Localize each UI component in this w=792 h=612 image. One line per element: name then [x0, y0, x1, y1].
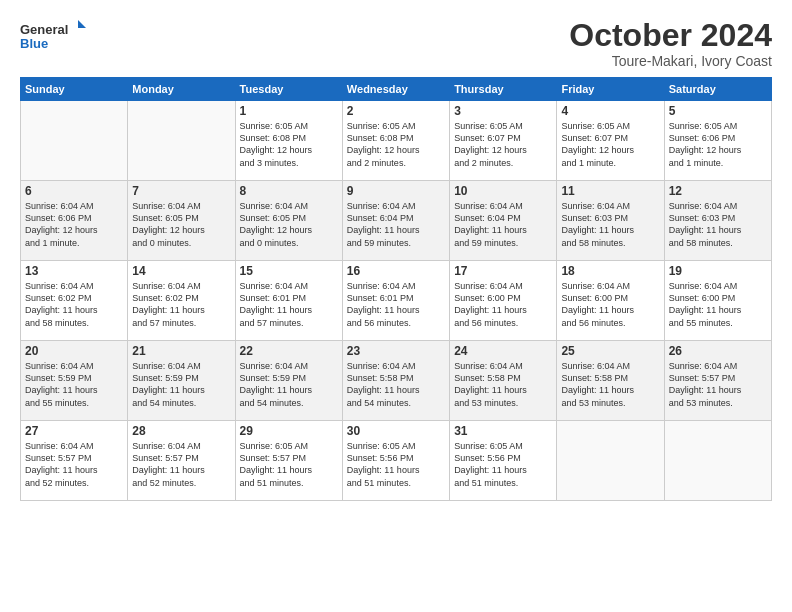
calendar-header: Sunday Monday Tuesday Wednesday Thursday…	[21, 78, 772, 101]
day-info: Sunrise: 6:04 AM Sunset: 5:57 PM Dayligh…	[25, 440, 123, 489]
day-number: 12	[669, 184, 767, 198]
table-row: 16Sunrise: 6:04 AM Sunset: 6:01 PM Dayli…	[342, 261, 449, 341]
table-row: 11Sunrise: 6:04 AM Sunset: 6:03 PM Dayli…	[557, 181, 664, 261]
day-info: Sunrise: 6:04 AM Sunset: 6:01 PM Dayligh…	[240, 280, 338, 329]
day-number: 24	[454, 344, 552, 358]
day-info: Sunrise: 6:05 AM Sunset: 6:08 PM Dayligh…	[240, 120, 338, 169]
day-number: 14	[132, 264, 230, 278]
day-info: Sunrise: 6:04 AM Sunset: 6:01 PM Dayligh…	[347, 280, 445, 329]
svg-text:General: General	[20, 22, 68, 37]
table-row: 9Sunrise: 6:04 AM Sunset: 6:04 PM Daylig…	[342, 181, 449, 261]
day-info: Sunrise: 6:04 AM Sunset: 6:03 PM Dayligh…	[669, 200, 767, 249]
day-number: 28	[132, 424, 230, 438]
day-number: 17	[454, 264, 552, 278]
day-number: 19	[669, 264, 767, 278]
table-row: 12Sunrise: 6:04 AM Sunset: 6:03 PM Dayli…	[664, 181, 771, 261]
calendar-week-row: 13Sunrise: 6:04 AM Sunset: 6:02 PM Dayli…	[21, 261, 772, 341]
day-info: Sunrise: 6:04 AM Sunset: 6:05 PM Dayligh…	[132, 200, 230, 249]
day-info: Sunrise: 6:04 AM Sunset: 6:00 PM Dayligh…	[454, 280, 552, 329]
table-row: 29Sunrise: 6:05 AM Sunset: 5:57 PM Dayli…	[235, 421, 342, 501]
day-info: Sunrise: 6:04 AM Sunset: 6:02 PM Dayligh…	[25, 280, 123, 329]
table-row: 24Sunrise: 6:04 AM Sunset: 5:58 PM Dayli…	[450, 341, 557, 421]
table-row	[664, 421, 771, 501]
table-row: 19Sunrise: 6:04 AM Sunset: 6:00 PM Dayli…	[664, 261, 771, 341]
day-number: 26	[669, 344, 767, 358]
table-row	[21, 101, 128, 181]
calendar-week-row: 20Sunrise: 6:04 AM Sunset: 5:59 PM Dayli…	[21, 341, 772, 421]
table-row	[128, 101, 235, 181]
table-row: 14Sunrise: 6:04 AM Sunset: 6:02 PM Dayli…	[128, 261, 235, 341]
col-tuesday: Tuesday	[235, 78, 342, 101]
table-row: 10Sunrise: 6:04 AM Sunset: 6:04 PM Dayli…	[450, 181, 557, 261]
logo-svg: General Blue	[20, 18, 90, 54]
table-row: 7Sunrise: 6:04 AM Sunset: 6:05 PM Daylig…	[128, 181, 235, 261]
day-info: Sunrise: 6:05 AM Sunset: 5:57 PM Dayligh…	[240, 440, 338, 489]
day-info: Sunrise: 6:04 AM Sunset: 6:04 PM Dayligh…	[454, 200, 552, 249]
col-saturday: Saturday	[664, 78, 771, 101]
day-info: Sunrise: 6:04 AM Sunset: 6:02 PM Dayligh…	[132, 280, 230, 329]
logo: General Blue	[20, 18, 90, 54]
table-row: 1Sunrise: 6:05 AM Sunset: 6:08 PM Daylig…	[235, 101, 342, 181]
day-number: 1	[240, 104, 338, 118]
svg-marker-2	[78, 20, 86, 28]
day-info: Sunrise: 6:04 AM Sunset: 6:04 PM Dayligh…	[347, 200, 445, 249]
day-info: Sunrise: 6:04 AM Sunset: 5:59 PM Dayligh…	[132, 360, 230, 409]
table-row: 25Sunrise: 6:04 AM Sunset: 5:58 PM Dayli…	[557, 341, 664, 421]
table-row: 3Sunrise: 6:05 AM Sunset: 6:07 PM Daylig…	[450, 101, 557, 181]
day-number: 16	[347, 264, 445, 278]
day-info: Sunrise: 6:04 AM Sunset: 5:58 PM Dayligh…	[347, 360, 445, 409]
day-info: Sunrise: 6:04 AM Sunset: 5:59 PM Dayligh…	[240, 360, 338, 409]
header-row: Sunday Monday Tuesday Wednesday Thursday…	[21, 78, 772, 101]
col-sunday: Sunday	[21, 78, 128, 101]
table-row: 22Sunrise: 6:04 AM Sunset: 5:59 PM Dayli…	[235, 341, 342, 421]
day-info: Sunrise: 6:04 AM Sunset: 5:58 PM Dayligh…	[561, 360, 659, 409]
table-row: 4Sunrise: 6:05 AM Sunset: 6:07 PM Daylig…	[557, 101, 664, 181]
table-row: 17Sunrise: 6:04 AM Sunset: 6:00 PM Dayli…	[450, 261, 557, 341]
day-info: Sunrise: 6:04 AM Sunset: 6:06 PM Dayligh…	[25, 200, 123, 249]
table-row: 21Sunrise: 6:04 AM Sunset: 5:59 PM Dayli…	[128, 341, 235, 421]
day-info: Sunrise: 6:04 AM Sunset: 6:05 PM Dayligh…	[240, 200, 338, 249]
day-number: 31	[454, 424, 552, 438]
svg-text:Blue: Blue	[20, 36, 48, 51]
day-info: Sunrise: 6:04 AM Sunset: 5:57 PM Dayligh…	[669, 360, 767, 409]
day-number: 11	[561, 184, 659, 198]
table-row: 26Sunrise: 6:04 AM Sunset: 5:57 PM Dayli…	[664, 341, 771, 421]
page-container: General Blue October 2024 Toure-Makari, …	[0, 0, 792, 612]
day-number: 4	[561, 104, 659, 118]
calendar-week-row: 27Sunrise: 6:04 AM Sunset: 5:57 PM Dayli…	[21, 421, 772, 501]
title-block: October 2024 Toure-Makari, Ivory Coast	[569, 18, 772, 69]
table-row: 31Sunrise: 6:05 AM Sunset: 5:56 PM Dayli…	[450, 421, 557, 501]
day-info: Sunrise: 6:05 AM Sunset: 5:56 PM Dayligh…	[454, 440, 552, 489]
day-info: Sunrise: 6:04 AM Sunset: 5:57 PM Dayligh…	[132, 440, 230, 489]
day-number: 6	[25, 184, 123, 198]
table-row: 8Sunrise: 6:04 AM Sunset: 6:05 PM Daylig…	[235, 181, 342, 261]
table-row: 15Sunrise: 6:04 AM Sunset: 6:01 PM Dayli…	[235, 261, 342, 341]
calendar-table: Sunday Monday Tuesday Wednesday Thursday…	[20, 77, 772, 501]
col-wednesday: Wednesday	[342, 78, 449, 101]
col-thursday: Thursday	[450, 78, 557, 101]
calendar-week-row: 1Sunrise: 6:05 AM Sunset: 6:08 PM Daylig…	[21, 101, 772, 181]
table-row: 6Sunrise: 6:04 AM Sunset: 6:06 PM Daylig…	[21, 181, 128, 261]
calendar-week-row: 6Sunrise: 6:04 AM Sunset: 6:06 PM Daylig…	[21, 181, 772, 261]
day-number: 5	[669, 104, 767, 118]
day-number: 29	[240, 424, 338, 438]
day-info: Sunrise: 6:05 AM Sunset: 6:06 PM Dayligh…	[669, 120, 767, 169]
table-row	[557, 421, 664, 501]
table-row: 28Sunrise: 6:04 AM Sunset: 5:57 PM Dayli…	[128, 421, 235, 501]
table-row: 23Sunrise: 6:04 AM Sunset: 5:58 PM Dayli…	[342, 341, 449, 421]
table-row: 30Sunrise: 6:05 AM Sunset: 5:56 PM Dayli…	[342, 421, 449, 501]
month-title: October 2024	[569, 18, 772, 53]
day-number: 9	[347, 184, 445, 198]
table-row: 27Sunrise: 6:04 AM Sunset: 5:57 PM Dayli…	[21, 421, 128, 501]
day-number: 22	[240, 344, 338, 358]
day-number: 25	[561, 344, 659, 358]
day-info: Sunrise: 6:04 AM Sunset: 6:00 PM Dayligh…	[669, 280, 767, 329]
day-number: 13	[25, 264, 123, 278]
table-row: 2Sunrise: 6:05 AM Sunset: 6:08 PM Daylig…	[342, 101, 449, 181]
col-friday: Friday	[557, 78, 664, 101]
day-number: 21	[132, 344, 230, 358]
day-number: 20	[25, 344, 123, 358]
day-number: 8	[240, 184, 338, 198]
day-number: 18	[561, 264, 659, 278]
day-info: Sunrise: 6:04 AM Sunset: 5:59 PM Dayligh…	[25, 360, 123, 409]
